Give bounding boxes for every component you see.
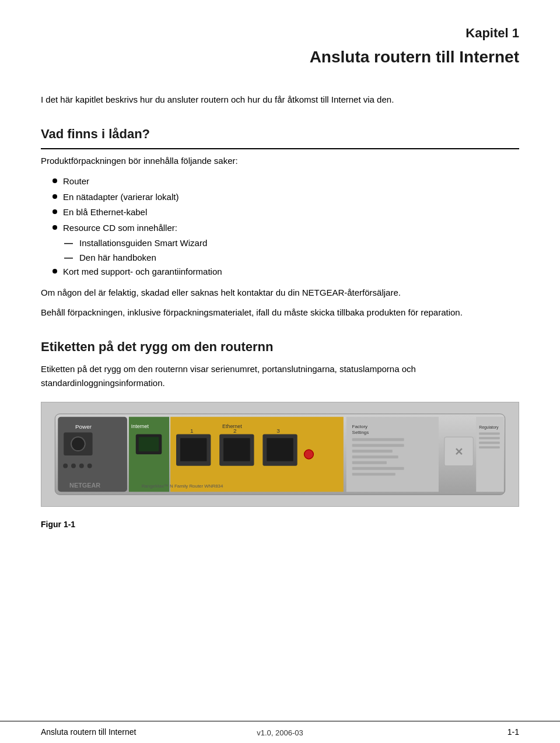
footer-left-text: Ansluta routern till Internet: [41, 726, 136, 738]
svg-rect-33: [352, 461, 387, 464]
svg-rect-32: [352, 455, 398, 458]
svg-text:1: 1: [190, 427, 194, 434]
list-item: En nätadapter (varierar lokalt): [52, 191, 519, 204]
chapter-title: Ansluta routern till Internet: [41, 45, 519, 69]
svg-rect-41: [479, 437, 500, 439]
svg-point-25: [304, 450, 314, 459]
section1-heading: Vad finns i lådan?: [41, 124, 519, 149]
svg-text:2: 2: [233, 427, 237, 434]
svg-rect-21: [267, 438, 293, 461]
list-item-label: Resource CD som innehåller:: [63, 222, 177, 235]
bullet-icon: [52, 209, 57, 214]
svg-rect-31: [352, 450, 393, 453]
chapter-label: Kapitel 1: [41, 23, 519, 43]
section2-text: Etiketten på det rygg om den routernn vi…: [41, 362, 519, 390]
sub-bullet-list: — Installationsguiden Smart Wizard — Den…: [64, 237, 519, 264]
list-item-label: En blå Ethernet-kabel: [63, 206, 147, 219]
svg-point-6: [63, 463, 68, 468]
svg-text:Settings: Settings: [352, 430, 369, 435]
svg-point-8: [79, 463, 84, 468]
svg-text:Power: Power: [75, 423, 92, 429]
svg-text:3: 3: [276, 427, 280, 434]
svg-rect-43: [479, 446, 500, 448]
svg-rect-13: [139, 437, 159, 451]
svg-text:Factory: Factory: [352, 423, 368, 429]
list-item: Resource CD som innehåller:: [52, 222, 519, 235]
svg-point-7: [71, 463, 76, 468]
footer-right-text: 1-1: [508, 726, 519, 738]
intro-text: I det här kapitlet beskrivs hur du anslu…: [41, 93, 519, 107]
list-item-label: En nätadapter (varierar lokalt): [63, 191, 178, 204]
svg-point-9: [88, 463, 92, 468]
bullet-list: Router En nätadapter (varierar lokalt) E…: [52, 175, 519, 279]
svg-rect-40: [479, 432, 500, 434]
bullet-icon: [52, 194, 57, 199]
notice1-text: Om någon del är felaktig, skadad eller s…: [41, 286, 519, 300]
list-item-label: Kort med support- och garantiinformation: [63, 265, 222, 279]
sub-list-item-label: Installationsguiden Smart Wizard: [79, 237, 207, 250]
svg-rect-29: [352, 438, 404, 441]
list-item: Router: [52, 175, 519, 188]
bullet-icon: [52, 269, 57, 274]
svg-text:Internet: Internet: [131, 423, 149, 429]
chapter-header: Kapitel 1 Ansluta routern till Internet: [41, 23, 519, 69]
sub-list-item-label: Den här handboken: [79, 251, 156, 265]
figure-label: Figur 1-1: [41, 518, 519, 531]
list-item: — Den här handboken: [64, 251, 519, 265]
section1-intro-text: Produktförpackningen bör innehålla följa…: [41, 154, 519, 168]
svg-rect-35: [352, 472, 396, 475]
notice2-text: Behåll förpackningen, inklusive förpackn…: [41, 306, 519, 320]
svg-rect-30: [352, 444, 404, 447]
list-item: En blå Ethernet-kabel: [52, 206, 519, 219]
svg-text:RangeMax™ N Family Router WNR8: RangeMax™ N Family Router WNR834: [142, 483, 223, 489]
svg-text:NETGEAR: NETGEAR: [69, 482, 100, 489]
section2-heading: Etiketten på det rygg om den routernn: [41, 337, 519, 356]
svg-point-5: [71, 437, 85, 451]
bullet-icon: [52, 178, 57, 183]
svg-text:Regulatory: Regulatory: [479, 425, 499, 429]
svg-rect-19: [223, 438, 250, 461]
svg-text:Ethernet: Ethernet: [222, 423, 242, 429]
svg-text:✕: ✕: [454, 446, 463, 457]
dash-icon: —: [64, 251, 76, 265]
list-item-label: Router: [63, 175, 89, 188]
list-item: Kort med support- och garantiinformation: [52, 265, 519, 279]
svg-rect-34: [352, 467, 404, 469]
list-item: — Installationsguiden Smart Wizard: [64, 237, 519, 250]
svg-rect-42: [479, 441, 500, 444]
router-image: Power Internet Ethernet: [41, 402, 519, 507]
footer-center-text: v1.0, 2006-03: [257, 727, 303, 739]
dash-icon: —: [64, 237, 76, 250]
bullet-icon: [52, 225, 57, 230]
svg-rect-17: [180, 438, 206, 461]
